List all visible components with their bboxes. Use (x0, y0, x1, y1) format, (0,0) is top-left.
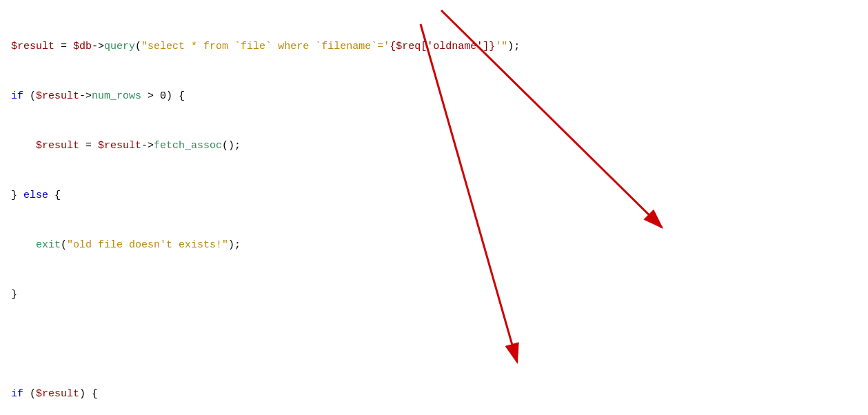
code-line-5: exit("old file doesn't exists!"); (11, 237, 857, 254)
code-line-8: if ($result) { (11, 386, 857, 403)
code-line-1: $result = $db->query("select * from `fil… (11, 39, 857, 55)
code-line-6: } (11, 287, 857, 303)
code-line-7 (11, 336, 857, 353)
code-line-3: $result = $result->fetch_assoc(); (11, 138, 857, 154)
code-line-4: } else { (11, 188, 857, 204)
code-line-2: if ($result->num_rows > 0) { (11, 88, 857, 105)
code-editor: $result = $db->query("select * from `fil… (0, 0, 868, 415)
